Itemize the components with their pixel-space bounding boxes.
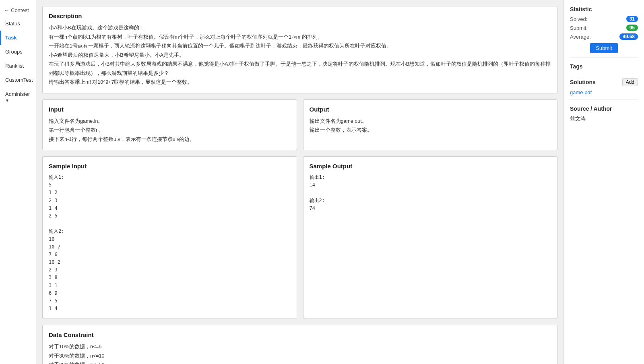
desc-line-5: 在玩了很多局游戏后，小B对其中绝大多数局游戏的结果不满意，他觉得是小A对叶子权值… <box>49 61 551 76</box>
sidebar-back-label: Contest <box>11 7 29 13</box>
si-line-1-3: 1 4 <box>49 205 58 211</box>
data-constraint-section: Data Constraint 对于10%的数据，n<=5 对于30%的数据，n… <box>42 325 557 364</box>
si-line-2-7: 6 9 <box>49 290 58 296</box>
sidebar-item-customtest-label: CustomTest <box>5 77 33 83</box>
average-label: Average: <box>570 34 591 40</box>
divider-1 <box>570 57 638 58</box>
sidebar-item-status-label: Status <box>5 21 20 27</box>
sample-input-title: Sample Input <box>49 163 291 170</box>
description-section: Description 小A和小B在玩游戏。这个游戏是这样的： 有一棵n个点的以… <box>42 6 557 93</box>
average-row: Average: 49.68 <box>570 33 638 40</box>
so-label-1: 输出1: <box>310 174 325 180</box>
sidebar-item-status[interactable]: Status <box>0 17 36 31</box>
solutions-section: Solutions Add game.pdf <box>570 78 638 95</box>
source-title: Source / Author <box>570 105 638 112</box>
solved-label: Solved: <box>570 16 587 22</box>
sidebar-item-administer-label: Administer <box>5 91 30 97</box>
submit-row: Submit: 95 <box>570 25 638 31</box>
description-title: Description <box>49 12 551 19</box>
input-section: Input 输入文件名为game.in。 第一行包含一个整数n。 接下来n-1行… <box>42 99 297 151</box>
sidebar-item-task-label: Task <box>5 35 17 41</box>
back-arrow-icon: ← <box>4 7 9 13</box>
si-line-2-6: 3 1 <box>49 283 58 288</box>
sidebar-item-ranklist-label: Ranklist <box>5 63 24 69</box>
si-line-1-2: 2 3 <box>49 198 58 203</box>
sidebar-item-task[interactable]: Task <box>0 31 36 45</box>
output-content: 输出文件名为game.out。 输出一个整数，表示答案。 <box>310 117 551 135</box>
si-line-2-1: 10 7 <box>49 244 60 250</box>
si-line-1-1: 1 2 <box>49 190 58 195</box>
si-line-2-5: 3 8 <box>49 275 58 280</box>
si-line-2-4: 2 3 <box>49 267 58 273</box>
si-line-1-4: 2 5 <box>49 213 58 219</box>
output-line-2: 输出一个整数，表示答案。 <box>310 127 372 133</box>
sidebar-item-groups[interactable]: Groups <box>0 45 36 59</box>
io-row: Input 输入文件名为game.in。 第一行包含一个整数n。 接下来n-1行… <box>42 99 557 151</box>
desc-line-2: 有一棵n个点的以1为根的有根树，叶子有权值。假设有m个叶子，那么对上每个叶子的权… <box>49 34 323 40</box>
solutions-header: Solutions Add <box>570 78 638 86</box>
sample-input-section: Sample Input 输入1: 5 1 2 2 3 1 4 2 5 输入2:… <box>42 156 297 319</box>
solved-row: Solved: 31 <box>570 16 638 22</box>
desc-line-3: 一开始在1号点有一颗棋子，两人轮流将这颗棋子移向其当前位置的一个儿子。假如棋子到… <box>49 43 392 49</box>
so-line-2-0: 74 <box>310 205 315 211</box>
output-title: Output <box>310 106 551 113</box>
source-section: Source / Author 翁文涛 <box>570 105 638 122</box>
data-constraint-title: Data Constraint <box>49 331 551 338</box>
submit-button[interactable]: Submit <box>590 43 617 53</box>
si-line-2-9: 1 4 <box>49 306 58 311</box>
sidebar-item-customtest[interactable]: CustomTest <box>0 73 36 87</box>
divider-3 <box>570 99 638 100</box>
dc-line-3: 对于60%的数据，n<=50 <box>49 362 104 364</box>
tags-title: Tags <box>570 63 638 70</box>
divider-2 <box>570 74 638 74</box>
dc-line-2: 对于30%的数据，n<=10 <box>49 353 104 359</box>
si-line-2-0: 10 <box>49 236 54 242</box>
solutions-title: Solutions <box>570 79 596 85</box>
tags-section: Tags <box>570 63 638 70</box>
so-line-1-0: 14 <box>310 182 315 188</box>
input-line-2: 第一行包含一个整数n。 <box>49 127 104 133</box>
sample-output-content: 输出1: 14 输出2: 74 <box>310 174 551 212</box>
output-line-1: 输出文件名为game.out。 <box>310 118 367 124</box>
si-label-1: 输入1: <box>49 174 64 180</box>
input-line-1: 输入文件名为game.in。 <box>49 118 103 124</box>
statistic-title: Statistic <box>570 6 638 12</box>
submit-badge: 95 <box>626 25 638 31</box>
dc-line-1: 对于10%的数据，n<=5 <box>49 344 102 350</box>
si-line-2-3: 10 2 <box>49 259 60 265</box>
desc-line-6: 请输出答案乘上m! 对10^9+7取模的结果，显然这是一个整数。 <box>49 79 192 85</box>
si-line-2-2: 7 6 <box>49 252 58 257</box>
input-title: Input <box>49 106 291 113</box>
sample-output-title: Sample Output <box>310 163 551 170</box>
sample-input-content: 输入1: 5 1 2 2 3 1 4 2 5 输入2: 10 10 7 7 6 … <box>49 174 291 312</box>
main-content: Description 小A和小B在玩游戏。这个游戏是这样的： 有一棵n个点的以… <box>36 0 564 364</box>
desc-line-4: 小A希望最后的权值尽量大，小B希望尽量小。小A是先手。 <box>49 52 184 58</box>
so-label-2: 输出2: <box>310 198 325 203</box>
output-section: Output 输出文件名为game.out。 输出一个整数，表示答案。 <box>303 99 558 151</box>
sample-row: Sample Input 输入1: 5 1 2 2 3 1 4 2 5 输入2:… <box>42 156 557 319</box>
sidebar-item-groups-label: Groups <box>5 49 23 55</box>
add-solution-button[interactable]: Add <box>622 78 638 86</box>
sample-output-section: Sample Output 输出1: 14 输出2: 74 <box>303 156 558 319</box>
si-label-2: 输入2: <box>49 228 64 234</box>
statistic-section: Statistic Solved: 31 Submit: 95 Average:… <box>570 6 638 53</box>
input-line-3: 接下来n-1行，每行两个整数u,v，表示有一条连接节点u,v的边。 <box>49 136 195 142</box>
sidebar-back-button[interactable]: ← Contest <box>0 4 36 17</box>
solved-badge: 31 <box>626 16 638 22</box>
si-line-1-0: 5 <box>49 182 52 188</box>
description-content: 小A和小B在玩游戏。这个游戏是这样的： 有一棵n个点的以1为根的有根树，叶子有权… <box>49 23 551 87</box>
solution-file-link[interactable]: game.pdf <box>570 89 592 95</box>
desc-line-1: 小A和小B在玩游戏。这个游戏是这样的： <box>49 25 144 31</box>
sidebar-item-ranklist[interactable]: Ranklist <box>0 59 36 73</box>
submit-label: Submit: <box>570 25 588 31</box>
administer-arrow-icon: ▼ <box>5 98 9 103</box>
right-panel: Statistic Solved: 31 Submit: 95 Average:… <box>564 0 644 364</box>
input-content: 输入文件名为game.in。 第一行包含一个整数n。 接下来n-1行，每行两个整… <box>49 117 291 144</box>
source-value: 翁文涛 <box>570 115 638 122</box>
sidebar: ← Contest Status Task Groups Ranklist Cu… <box>0 0 36 364</box>
data-constraint-content: 对于10%的数据，n<=5 对于30%的数据，n<=10 对于60%的数据，n<… <box>49 342 551 364</box>
sidebar-item-administer[interactable]: Administer ▼ <box>0 87 36 107</box>
si-line-2-8: 7 5 <box>49 298 58 304</box>
average-badge: 49.68 <box>619 33 638 40</box>
